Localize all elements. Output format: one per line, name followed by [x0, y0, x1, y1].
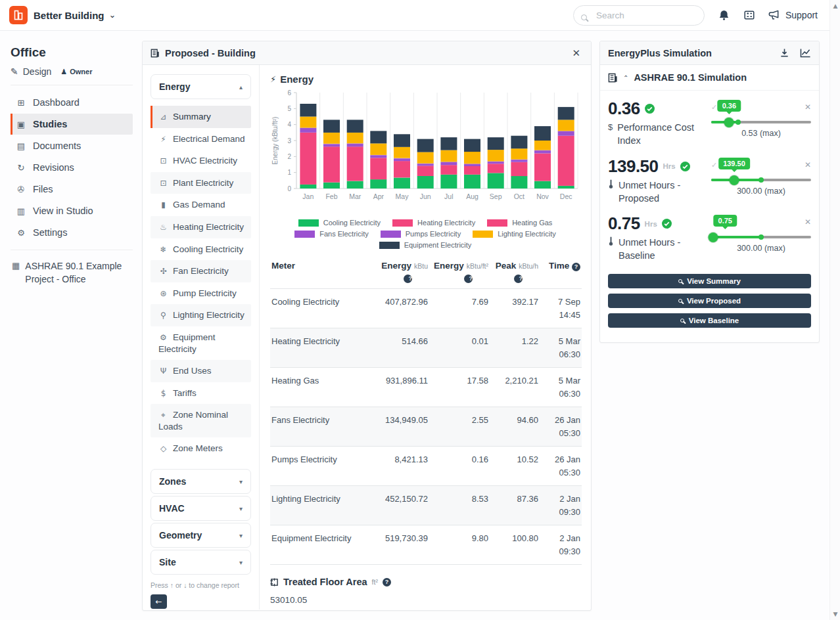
slider-handle[interactable] — [724, 118, 734, 127]
report-item-electrical-demand[interactable]: ⚡Electrical Demand — [151, 128, 251, 150]
legend-item-equipment-electricity[interactable]: Equipment Electricity — [379, 241, 472, 249]
help-icon[interactable]: ? — [404, 275, 412, 283]
legend-item-fans-electricity[interactable]: Fans Electricity — [294, 230, 369, 238]
search-input[interactable] — [573, 5, 705, 26]
help-icon[interactable]: ? — [572, 263, 580, 271]
accordion-hvac[interactable]: HVAC ▾ — [151, 496, 251, 521]
gas-icon: ▮ — [158, 200, 168, 211]
brand-menu[interactable]: Better Building ⌄ — [9, 6, 116, 24]
legend-item-cooling-electricity[interactable]: Cooling Electricity — [298, 219, 381, 227]
chevron-down-icon: ▾ — [239, 532, 243, 539]
report-item-pump-electricity[interactable]: ⊛Pump Electricity — [151, 282, 251, 305]
legend-item-heating-gas[interactable]: Heating Gas — [487, 219, 552, 227]
report-item-fan-electricity[interactable]: ✣Fan Electricity — [151, 260, 251, 282]
sidebar-item-view-in-studio[interactable]: ▥ View in Studio — [11, 200, 133, 221]
outlet-icon: ⊡ — [158, 156, 168, 167]
divider — [11, 250, 133, 250]
legend-item-lighting-electricity[interactable]: Lighting Electricity — [473, 230, 556, 238]
remove-target-icon[interactable]: ✕ — [805, 160, 811, 169]
report-item-plant-electricity[interactable]: ⊡Plant Electricity — [151, 172, 251, 194]
scroll-up-icon[interactable]: ▲ — [830, 3, 840, 9]
collapse-subnav-button[interactable]: ← — [151, 594, 167, 609]
snowflake-icon: ❄ — [158, 245, 168, 255]
meter-cell: Lighting Electricity — [270, 486, 366, 525]
report-item-heating-electricity[interactable]: ♨Heating Electricity — [151, 216, 251, 238]
confirm-check-icon[interactable]: ✓ — [711, 161, 717, 169]
slider-max-label: 300.00 (max) — [711, 187, 811, 196]
treated-floor-area-section: Treated Floor Area ft² ? 53010.05 — [270, 577, 580, 605]
sidebar-item-files[interactable]: ✇ Files — [11, 179, 133, 200]
billing-icon[interactable] — [743, 9, 755, 21]
column-header-energy: EnergykBtu/ft²? — [429, 258, 490, 289]
report-item-tariffs[interactable]: $Tariffs — [151, 382, 251, 405]
table-row: Lighting Electricity 452,150.72 8.53 87.… — [270, 486, 582, 525]
metric-slider: 0.75 ✕ 300.00 (max) — [711, 213, 811, 263]
report-item-equipment-electricity[interactable]: ⚙Equipment Electricity — [151, 326, 251, 360]
notifications-bell-icon[interactable] — [718, 9, 730, 22]
sidebar-item-studies[interactable]: ▣ Studies — [11, 114, 133, 135]
simulation-run-row[interactable]: ⌃ ASHRAE 90.1 Simulation — [600, 65, 819, 91]
confirm-check-icon[interactable]: ✓ — [711, 103, 717, 112]
svg-text:0: 0 — [287, 185, 291, 192]
view-baseline-button[interactable]: View Baseline — [608, 313, 811, 328]
scroll-down-icon[interactable]: ▼ — [830, 611, 840, 617]
svg-text:Energy (kBtu/ft²): Energy (kBtu/ft²) — [271, 117, 279, 165]
sidebar-item-settings[interactable]: ⚙ Settings — [11, 222, 133, 243]
report-item-gas-demand[interactable]: ▮Gas Demand — [151, 194, 251, 216]
help-icon[interactable]: ? — [514, 275, 523, 283]
legend-item-pumps-electricity[interactable]: Pumps Electricity — [381, 230, 461, 238]
help-icon[interactable]: ? — [464, 275, 473, 283]
column-header-energy: EnergykBtu? — [366, 258, 429, 289]
sidebar-item-documents[interactable]: ▤ Documents — [11, 135, 133, 156]
legend-swatch — [298, 219, 319, 227]
report-item-end-uses[interactable]: ΨEnd Uses — [151, 360, 251, 382]
metric-label: Performance Cost Index — [617, 121, 706, 148]
time-cell: 7 Sep14:45 — [540, 289, 582, 328]
accordion-site[interactable]: Site ▾ — [151, 550, 251, 575]
support-link[interactable]: Support — [768, 10, 818, 20]
column-header-time: Time ? — [540, 258, 582, 289]
download-icon[interactable] — [780, 48, 789, 58]
help-icon[interactable]: ? — [383, 578, 391, 587]
close-icon[interactable]: ✕ — [569, 46, 583, 60]
simulation-run-title: ASHRAE 90.1 Simulation — [634, 72, 747, 83]
slider-track[interactable] — [711, 232, 811, 242]
sidebar-item-revisions[interactable]: ↻ Revisions — [11, 157, 133, 178]
line-chart-icon[interactable] — [800, 48, 811, 58]
pencil-icon: ✎ — [11, 66, 18, 77]
slider-handle[interactable] — [709, 232, 718, 242]
report-item-summary[interactable]: ⊿Summary — [151, 106, 251, 128]
accordion-energy[interactable]: Energy ▴ — [151, 74, 251, 99]
meter-table: MeterEnergykBtu?EnergykBtu/ft²?PeakkBtu/… — [270, 258, 582, 565]
view-proposed-button[interactable]: View Proposed — [608, 294, 811, 308]
chevron-down-icon: ▾ — [239, 505, 243, 512]
check-circle-icon — [680, 162, 690, 171]
slider-track[interactable] — [711, 175, 811, 185]
page-scrollbar[interactable]: ▲ ▼ — [829, 0, 840, 620]
remove-target-icon[interactable]: ✕ — [805, 217, 811, 227]
slider-track[interactable] — [711, 117, 811, 127]
accordion-zones[interactable]: Zones ▾ — [151, 469, 251, 494]
divider — [11, 85, 133, 85]
flame-icon: ♨ — [158, 223, 168, 233]
time-cell: 5 Mar06:30 — [540, 368, 582, 407]
report-item-zone-nominal-loads[interactable]: ⌖Zone Nominal Loads — [151, 404, 251, 437]
view-summary-button[interactable]: View Summary — [608, 274, 811, 288]
legend-item-heating-electricity[interactable]: Heating Electricity — [392, 219, 475, 227]
report-item-hvac-electricity[interactable]: ⊡HVAC Electricity — [151, 150, 251, 172]
panel-title: Proposed - Building — [165, 48, 256, 58]
accordion-geometry[interactable]: Geometry ▾ — [151, 523, 251, 548]
design-link[interactable]: ✎ Design — [11, 66, 51, 77]
svg-text:Jan: Jan — [302, 192, 314, 200]
report-item-lighting-electricity[interactable]: ⚲Lighting Electricity — [151, 304, 251, 326]
sidebar-item-project[interactable]: ▦ ASHRAE 90.1 Example Project - Office — [11, 257, 133, 289]
report-item-zone-meters[interactable]: ◇Zone Meters — [151, 437, 251, 460]
svg-text:Jun: Jun — [420, 192, 431, 200]
report-item-cooling-electricity[interactable]: ❄Cooling Electricity — [151, 238, 251, 261]
floor-area-unit: ft² — [372, 578, 378, 586]
sidebar-item-dashboard[interactable]: ⊞ Dashboard — [11, 92, 133, 113]
svg-text:Jul: Jul — [444, 192, 453, 200]
slider-max-marker — [758, 177, 764, 183]
remove-target-icon[interactable]: ✕ — [805, 102, 811, 112]
slider-handle[interactable] — [729, 175, 739, 185]
